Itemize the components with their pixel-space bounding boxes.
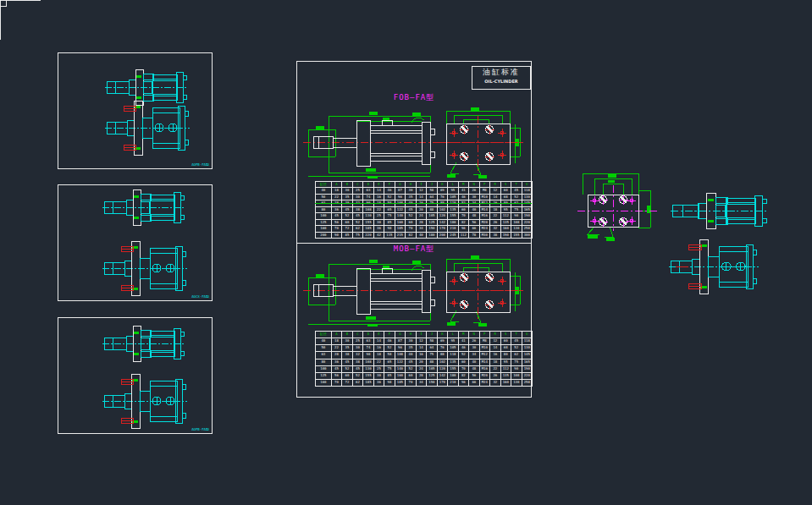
table-cell: 105 bbox=[427, 366, 438, 373]
table-cell: 56 bbox=[332, 220, 343, 226]
table-cell: 108 bbox=[363, 207, 373, 213]
table-cell: 20 bbox=[417, 207, 427, 213]
table-cell: 125 bbox=[316, 220, 332, 226]
table-cell: 12 bbox=[417, 188, 427, 194]
table-header-cell: G bbox=[395, 332, 406, 338]
drawing-frame-1[interactable]: AOFB-FA型 bbox=[58, 52, 213, 169]
fob-fa-drawing[interactable] bbox=[301, 107, 527, 178]
drawing-frame-3[interactable]: AOFB-FA型 bbox=[58, 317, 213, 434]
table-cell: 95 bbox=[501, 360, 511, 366]
table-cell: 200 bbox=[438, 233, 448, 239]
table-cell: 180 bbox=[448, 220, 458, 226]
table-cell: 70 bbox=[332, 226, 343, 232]
table-header-cell: A bbox=[332, 332, 343, 338]
table-cell: 41 bbox=[459, 338, 469, 345]
table-cell: 90 bbox=[511, 366, 522, 373]
table-header-cell: F bbox=[384, 182, 395, 188]
table-cell: 160 bbox=[316, 226, 332, 232]
table-cell: 60 bbox=[501, 188, 511, 194]
table-cell: 88 bbox=[438, 200, 448, 206]
table-cell: 22 bbox=[490, 213, 500, 219]
table-cell: 96 bbox=[395, 195, 406, 200]
drawing-frame-2[interactable]: AOCX-FA型 bbox=[58, 184, 213, 301]
table-header-cell: B bbox=[342, 182, 352, 188]
table-cell: 68 bbox=[501, 195, 511, 200]
table-cell: 130 bbox=[511, 226, 522, 232]
table-cell: 30 bbox=[469, 345, 479, 352]
table-cell: 52 bbox=[511, 345, 522, 352]
table-cell: 45 bbox=[342, 207, 352, 213]
table-cell: 58 bbox=[384, 200, 395, 206]
table-cell: 52 bbox=[342, 366, 352, 373]
cylinder-views-frame2[interactable] bbox=[58, 185, 212, 299]
table-cell: 82 bbox=[459, 220, 469, 226]
table-cell: 150 bbox=[427, 226, 438, 232]
table-cell: 16 bbox=[490, 200, 500, 206]
oil-cylinder-standard-sheet[interactable]: 油缸标准 OIL-CYLINDER FOB—FA型 缸径ABCDEFGHIJKL… bbox=[296, 61, 532, 398]
table-header-cell: 缸径 bbox=[316, 182, 332, 188]
table-cell: 22 bbox=[332, 195, 343, 200]
table-cell: 12 bbox=[417, 338, 427, 345]
selection-grip-square[interactable] bbox=[0, 0, 7, 7]
table-cell: 82 bbox=[459, 373, 469, 380]
table-cell: 68 bbox=[501, 345, 511, 352]
table-cell: 72 bbox=[342, 226, 352, 232]
table-cell: 108 bbox=[395, 200, 406, 206]
table-cell: 140 bbox=[395, 366, 406, 373]
table-header-cell: D bbox=[363, 182, 373, 188]
table-cell: 63 bbox=[363, 338, 373, 345]
table-cell: M10 bbox=[480, 345, 491, 352]
table-cell: 170 bbox=[438, 226, 448, 232]
table-header-cell: D bbox=[363, 332, 373, 338]
table-cell: 26 bbox=[469, 188, 479, 194]
table-cell: 120 bbox=[438, 213, 448, 219]
table-cell: 155 bbox=[363, 220, 373, 226]
table-cell: 142 bbox=[438, 220, 448, 226]
table-cell: 130 bbox=[522, 195, 533, 200]
table-cell: 58 bbox=[384, 352, 395, 359]
table-cell: 16 bbox=[417, 200, 427, 206]
table-cell: 155 bbox=[448, 213, 458, 219]
table-cell: 60 bbox=[459, 207, 469, 213]
table-cell: 80 bbox=[316, 207, 332, 213]
table-cell: 12 bbox=[490, 188, 500, 194]
table-cell: 118 bbox=[448, 352, 458, 359]
table-cell: 30 bbox=[342, 188, 352, 194]
table-cell: 26 bbox=[469, 338, 479, 345]
table-header-cell: K bbox=[438, 332, 448, 338]
table-cell: 190 bbox=[522, 366, 533, 373]
loose-drawings-right[interactable] bbox=[576, 165, 775, 309]
table-cell: 82 bbox=[406, 233, 416, 239]
table-cell: 34 bbox=[417, 226, 427, 232]
table-cell: M8 bbox=[480, 338, 491, 345]
table-cell: 75 bbox=[427, 352, 438, 359]
table-header-cell: U bbox=[522, 182, 533, 188]
table-cell: 88 bbox=[438, 352, 448, 359]
table-header-cell: E bbox=[374, 182, 384, 188]
table-cell: 87 bbox=[395, 338, 406, 345]
table-cell: 70 bbox=[459, 366, 469, 373]
table-cell: 130 bbox=[511, 380, 522, 387]
table-cell: 98 bbox=[384, 380, 395, 387]
table-header-cell: C bbox=[353, 182, 363, 188]
table-cell: 135 bbox=[501, 220, 511, 226]
table-cell: M24 bbox=[480, 226, 491, 232]
table-cell: 52 bbox=[384, 345, 395, 352]
cylinder-views-frame3[interactable] bbox=[58, 318, 212, 431]
table-cell: 63 bbox=[363, 188, 373, 194]
table-cell: 95 bbox=[448, 188, 458, 194]
table-cell: 62 bbox=[353, 226, 363, 232]
table-cell: 72 bbox=[342, 380, 352, 387]
cad-canvas[interactable]: AOFB-FA型 AOCX-FA型 AOFB-FA型 油缸标准 OIL-CYLI… bbox=[0, 0, 812, 505]
table-cell: 185 bbox=[395, 380, 406, 387]
table-cell: 135 bbox=[501, 373, 511, 380]
table-cell: 32 bbox=[490, 380, 500, 387]
mob-fa-drawing[interactable] bbox=[301, 255, 527, 327]
frame2-label: AOCX-FA型 bbox=[191, 294, 209, 299]
table-cell: 142 bbox=[438, 373, 448, 380]
table-header-cell: P bbox=[480, 182, 491, 188]
cylinder-views-frame1[interactable] bbox=[58, 53, 212, 167]
table-cell: 118 bbox=[522, 188, 533, 194]
table-cell: 75 bbox=[384, 366, 395, 373]
table-cell: 40 bbox=[469, 360, 479, 366]
